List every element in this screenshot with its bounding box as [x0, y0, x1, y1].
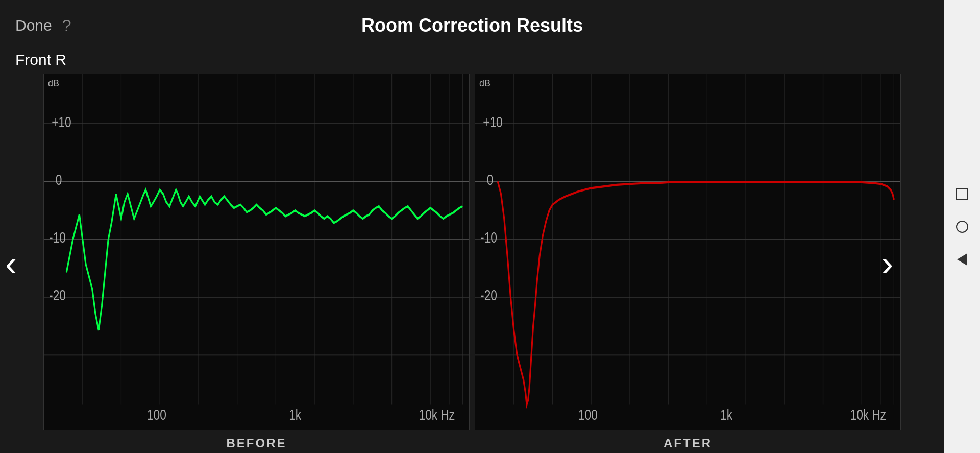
main-content: Done ? Room Correction Results Front R ‹…: [0, 0, 944, 453]
after-chart-wrapper: dB: [475, 74, 901, 453]
help-icon[interactable]: ?: [62, 16, 71, 35]
prev-button[interactable]: ‹: [0, 243, 22, 284]
page-title: Room Correction Results: [361, 15, 583, 36]
channel-label: Front R: [0, 46, 944, 74]
before-chart-wrapper: dB: [43, 74, 470, 453]
after-label: AFTER: [475, 430, 901, 453]
svg-text:1k: 1k: [720, 406, 733, 423]
after-chart-area: dB: [475, 74, 901, 430]
charts-container: ‹ dB: [0, 74, 944, 453]
svg-text:-20: -20: [480, 287, 497, 304]
svg-text:0: 0: [56, 171, 62, 188]
svg-text:+10: +10: [483, 113, 503, 130]
android-home-button[interactable]: [956, 221, 968, 233]
before-chart-svg: +10 0 -10 -20 100 1k 10k Hz: [44, 74, 469, 430]
after-chart-svg: +10 0 -10 -20 100 1k 10k Hz: [475, 74, 900, 430]
svg-text:-20: -20: [49, 287, 66, 304]
next-button[interactable]: ›: [876, 243, 898, 284]
svg-text:10k Hz: 10k Hz: [850, 406, 887, 423]
svg-text:-10: -10: [480, 229, 497, 246]
before-label: BEFORE: [43, 430, 470, 453]
android-back-button[interactable]: [957, 253, 967, 266]
before-chart-area: dB: [43, 74, 470, 430]
header: Done ? Room Correction Results: [0, 0, 944, 46]
svg-text:0: 0: [487, 171, 494, 188]
svg-text:10k Hz: 10k Hz: [419, 406, 455, 423]
android-nav: [944, 0, 980, 453]
android-recent-button[interactable]: [956, 188, 968, 200]
done-button[interactable]: Done: [15, 17, 52, 34]
svg-text:1k: 1k: [289, 406, 302, 423]
svg-text:-10: -10: [49, 229, 66, 246]
svg-text:100: 100: [147, 406, 166, 423]
svg-text:100: 100: [578, 406, 598, 423]
svg-text:+10: +10: [52, 113, 71, 130]
